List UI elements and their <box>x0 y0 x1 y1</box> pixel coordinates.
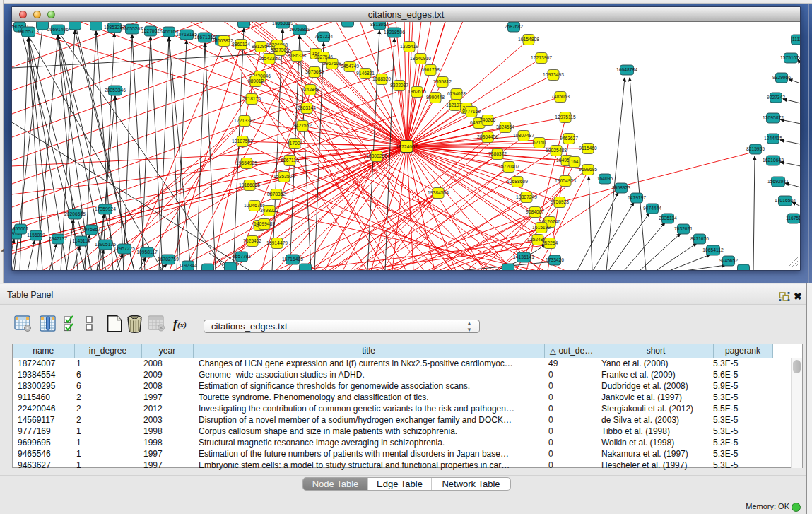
svg-text:20206565: 20206565 <box>64 211 86 216</box>
svg-text:8958923: 8958923 <box>612 185 630 190</box>
svg-text:2967608: 2967608 <box>323 61 341 66</box>
svg-text:10046786: 10046786 <box>244 203 265 208</box>
svg-text:7632621: 7632621 <box>674 226 693 231</box>
svg-text:19055713: 19055713 <box>18 29 39 34</box>
svg-text:8267110: 8267110 <box>281 158 299 163</box>
svg-text:10973493: 10973493 <box>543 72 564 77</box>
svg-text:9227342: 9227342 <box>767 95 785 100</box>
svg-text:16154808: 16154808 <box>518 37 539 42</box>
svg-text:9329966: 9329966 <box>772 75 791 80</box>
svg-text:20053346: 20053346 <box>105 88 126 93</box>
svg-text:164095: 164095 <box>597 176 613 181</box>
svg-text:16648784: 16648784 <box>616 67 637 72</box>
svg-text:3675685: 3675685 <box>305 69 324 74</box>
svg-text:8813054: 8813054 <box>370 22 389 27</box>
svg-text:20691406: 20691406 <box>47 27 69 32</box>
svg-text:2803144: 2803144 <box>298 105 316 110</box>
svg-text:19654923: 19654923 <box>555 178 576 183</box>
svg-text:9115460: 9115460 <box>579 146 597 151</box>
svg-text:15716485: 15716485 <box>282 257 303 262</box>
svg-text:989012: 989012 <box>248 78 264 83</box>
svg-text:12213382: 12213382 <box>234 118 255 123</box>
svg-text:1527602: 1527602 <box>141 28 160 33</box>
svg-text:8990448: 8990448 <box>426 95 445 100</box>
svg-text:16782759: 16782759 <box>158 257 179 262</box>
svg-text:8215955: 8215955 <box>746 146 765 151</box>
svg-text:417004: 417004 <box>287 141 303 146</box>
svg-text:1588520: 1588520 <box>372 76 391 81</box>
svg-text:10025488: 10025488 <box>546 148 567 153</box>
svg-text:19654925: 19654925 <box>236 160 257 165</box>
svg-text:7663822: 7663822 <box>215 38 233 43</box>
svg-text:7625402: 7625402 <box>243 238 261 243</box>
svg-text:8860124: 8860124 <box>232 42 250 47</box>
svg-text:7357224: 7357224 <box>314 34 333 39</box>
svg-text:7485063: 7485063 <box>551 94 570 99</box>
svg-text:10107552: 10107552 <box>232 139 253 144</box>
svg-text:10958117: 10958117 <box>136 250 158 255</box>
svg-text:9084067: 9084067 <box>526 209 544 214</box>
svg-text:1733426: 1733426 <box>546 257 564 262</box>
svg-text:10688609: 10688609 <box>507 179 528 184</box>
svg-text:8322037: 8322037 <box>390 83 408 88</box>
svg-text:1112: 1112 <box>792 37 800 42</box>
svg-text:18640910: 18640910 <box>410 56 431 61</box>
svg-text:6479197: 6479197 <box>628 195 646 200</box>
svg-text:18724007: 18724007 <box>396 144 417 149</box>
svg-text:10655267: 10655267 <box>122 26 143 31</box>
svg-text:8427552: 8427552 <box>293 123 312 128</box>
svg-text:8471676: 8471676 <box>690 236 709 241</box>
svg-text:(x): (x) <box>177 320 187 329</box>
svg-text:15353504: 15353504 <box>273 174 295 179</box>
svg-text:18807249: 18807249 <box>516 194 537 199</box>
svg-text:14136141: 14136141 <box>513 255 534 259</box>
svg-text:19218506: 19218506 <box>384 30 405 35</box>
svg-text:15692971: 15692971 <box>767 179 789 184</box>
svg-text:12213967: 12213967 <box>531 55 552 60</box>
svg-text:19166825: 19166825 <box>239 182 260 187</box>
svg-text:16543382: 16543382 <box>259 56 280 61</box>
svg-text:15720407: 15720407 <box>498 164 519 169</box>
svg-text:116753: 116753 <box>786 216 800 221</box>
svg-text:12905135: 12905135 <box>95 242 116 247</box>
svg-text:2687682: 2687682 <box>505 24 523 29</box>
svg-text:1156819: 1156819 <box>27 233 45 238</box>
svg-text:9146821: 9146821 <box>356 71 375 76</box>
svg-text:6794028: 6794028 <box>447 91 466 96</box>
svg-text:1192344: 1192344 <box>179 263 197 268</box>
svg-text:8878352: 8878352 <box>267 192 286 197</box>
svg-text:8454749: 8454749 <box>341 64 359 69</box>
svg-text:62160: 62160 <box>533 140 546 145</box>
svg-text:9777169: 9777169 <box>462 109 481 114</box>
svg-text:3498222: 3498222 <box>260 208 278 213</box>
svg-text:9242848: 9242848 <box>301 87 319 92</box>
svg-text:17016504: 17016504 <box>775 198 796 203</box>
svg-text:9245652: 9245652 <box>719 258 738 263</box>
svg-text:16914479: 16914479 <box>266 240 288 245</box>
svg-text:16210643: 16210643 <box>763 158 784 163</box>
svg-text:1244415: 1244415 <box>764 136 782 141</box>
svg-text:18300295: 18300295 <box>366 153 387 158</box>
svg-text:164: 164 <box>570 159 578 164</box>
svg-text:10807487: 10807487 <box>513 133 534 138</box>
svg-text:7955812: 7955812 <box>433 79 452 84</box>
svg-text:9657791: 9657791 <box>233 254 251 259</box>
svg-text:14099489: 14099489 <box>254 221 275 226</box>
svg-text:9756928: 9756928 <box>551 199 569 204</box>
svg-text:17957225: 17957225 <box>114 246 135 251</box>
svg-text:9474444: 9474444 <box>643 206 661 211</box>
svg-text:20364456: 20364456 <box>477 134 498 139</box>
svg-text:16053809: 16053809 <box>272 22 293 25</box>
svg-text:855061: 855061 <box>13 226 29 231</box>
svg-text:2942737: 2942737 <box>49 236 67 241</box>
svg-text:8186328: 8186328 <box>288 53 306 58</box>
svg-text:19384554: 19384554 <box>428 190 449 195</box>
svg-text:3824554: 3824554 <box>496 124 514 129</box>
svg-text:9699695: 9699695 <box>579 167 597 172</box>
svg-text:1362615: 1362615 <box>408 89 426 94</box>
svg-text:16053809: 16053809 <box>289 27 310 32</box>
svg-text:2718176: 2718176 <box>242 96 261 101</box>
svg-text:1325419: 1325419 <box>400 44 418 49</box>
svg-text:7386372: 7386372 <box>488 151 507 156</box>
svg-text:15751074: 15751074 <box>780 55 800 60</box>
